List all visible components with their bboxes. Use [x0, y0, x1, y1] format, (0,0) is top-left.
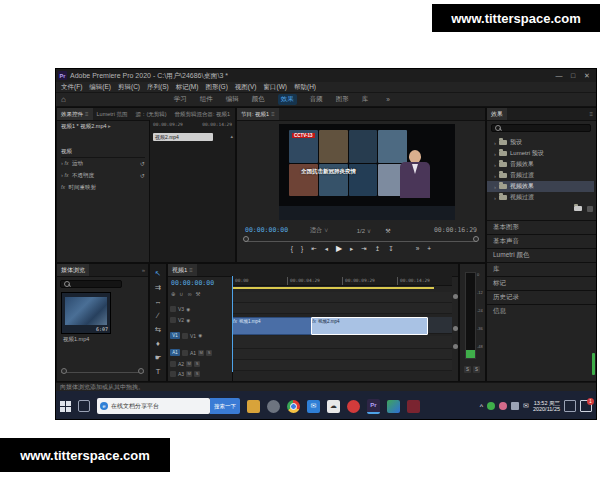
solo-button[interactable]: S — [194, 361, 200, 367]
workspace-tab-libraries[interactable]: 库 — [362, 95, 369, 104]
folder-video-transitions[interactable]: ›视频过渡 — [487, 192, 594, 203]
zoom-fit-dropdown[interactable]: 适合 ∨ — [310, 226, 329, 235]
panel-history[interactable]: 历史记录 — [487, 290, 597, 304]
button-editor-overflow-icon[interactable]: » — [416, 245, 420, 252]
premiere-taskbar-icon[interactable]: Pr — [367, 399, 380, 414]
tray-green-icon[interactable] — [487, 402, 495, 410]
new-custom-bin-icon[interactable] — [574, 206, 582, 211]
mark-in-button[interactable]: { — [291, 245, 293, 252]
chrome-icon[interactable] — [287, 400, 300, 413]
clip-video1[interactable]: fx视频1.mp4 — [232, 317, 313, 335]
solo-right-button[interactable]: S — [473, 366, 480, 373]
ec-row-opacity[interactable]: › fx 不透明度 — [61, 172, 94, 179]
app-icon-generic[interactable] — [387, 400, 400, 413]
clip-thumbnail[interactable]: 6:07 — [61, 292, 111, 334]
tab-sequence[interactable]: 视频1 ≡ — [168, 264, 197, 276]
add-marker-icon[interactable]: ⊕ — [171, 291, 176, 297]
menu-help[interactable]: 帮助(H) — [294, 83, 316, 92]
panel-essential-graphics[interactable]: 基本图形 — [487, 220, 597, 234]
menu-clip[interactable]: 剪辑(C) — [118, 83, 140, 92]
taskbar-clock[interactable]: 13:52 周三 2020/11/25 — [533, 400, 560, 413]
reset-motion-icon[interactable]: ↺ — [140, 160, 145, 167]
close-button[interactable]: ✕ — [580, 72, 594, 80]
track-header-a3[interactable]: A3 M S — [170, 371, 230, 377]
project-search-input[interactable] — [60, 280, 122, 288]
timeline-ruler[interactable]: 00:00 00:00:04:29 00:00:09:29 00:00:14:2… — [232, 276, 452, 286]
source-patch-v1[interactable]: V1 — [170, 332, 180, 339]
tool-hand[interactable]: ☛ — [155, 354, 162, 362]
menu-graphics[interactable]: 图形(G) — [205, 83, 227, 92]
panel-libraries[interactable]: 库 — [487, 262, 597, 276]
tab-program-monitor[interactable]: 节目: 视频1 ≡ — [237, 108, 279, 120]
tab-lumetri-scopes[interactable]: Lumetri 范围 — [93, 108, 132, 120]
folder-lumetri-presets[interactable]: ›Lumetri 预设 — [487, 148, 594, 159]
scrollbar-handle[interactable] — [453, 326, 458, 331]
scrubber-playhead[interactable] — [243, 236, 249, 242]
step-forward-button[interactable]: ▸ — [350, 245, 353, 253]
solo-button[interactable]: S — [194, 371, 200, 377]
panel-essential-sound[interactable]: 基本声音 — [487, 234, 597, 248]
tray-pink-icon[interactable] — [499, 402, 507, 410]
track-a2[interactable] — [232, 349, 452, 360]
ec-row-time-remapping[interactable]: fx 时间重映射 — [61, 184, 96, 191]
solo-left-button[interactable]: S — [464, 366, 471, 373]
panel-menu-icon[interactable]: ≡ — [85, 111, 89, 117]
tool-type[interactable]: T — [156, 368, 161, 376]
new-folder-icon[interactable] — [587, 206, 593, 212]
folder-presets[interactable]: ›预设 — [487, 137, 594, 148]
workspace-tab-graphics[interactable]: 图形 — [336, 95, 349, 104]
start-button[interactable] — [60, 401, 71, 412]
track-a3[interactable] — [232, 360, 452, 371]
workspace-tab-learning[interactable]: 学习 — [174, 95, 187, 104]
panel-menu-icon[interactable]: ≡ — [189, 267, 193, 273]
linked-selection-icon[interactable]: ∞ — [188, 291, 192, 297]
workspace-tab-effects[interactable]: 效果 — [278, 94, 297, 105]
mark-out-button[interactable]: } — [301, 245, 303, 252]
tab-overflow-icon[interactable]: » — [142, 267, 145, 273]
ec-expander-icon[interactable]: ▸ — [108, 123, 111, 129]
mute-button[interactable]: M — [198, 350, 204, 356]
workspace-tab-assembly[interactable]: 组件 — [200, 95, 213, 104]
timeline-current-timecode[interactable]: 00:00:00:00 — [171, 279, 214, 287]
maximize-button[interactable]: □ — [566, 72, 580, 80]
mute-button[interactable]: M — [186, 361, 192, 367]
scrubber-end-knob[interactable] — [473, 236, 479, 242]
workspace-overflow-icon[interactable]: » — [386, 96, 390, 103]
lift-button[interactable]: ↥ — [375, 245, 380, 253]
tray-mail-icon[interactable]: ✉ — [523, 402, 529, 410]
workspace-tab-color[interactable]: 颜色 — [252, 95, 265, 104]
snap-icon[interactable]: ∪ — [180, 291, 184, 297]
tab-media-browser[interactable]: 媒体浏览 — [57, 264, 89, 276]
tab-source-monitor[interactable]: 源：(无剪辑) — [131, 108, 170, 120]
folder-video-effects[interactable]: ›视频效果 — [487, 181, 594, 192]
clip-video2-selected[interactable]: fx视频2.mp4 — [311, 317, 427, 335]
menu-window[interactable]: 窗口(W) — [264, 83, 287, 92]
task-view-icon[interactable] — [78, 400, 90, 412]
notification-center-icon[interactable]: 1 — [580, 400, 592, 412]
track-header-a1[interactable]: A1 A1 M S — [170, 349, 230, 356]
panel-info[interactable]: 信息 — [487, 304, 597, 318]
program-current-timecode[interactable]: 00:00:00:00 — [245, 226, 288, 234]
track-v2[interactable] — [232, 303, 452, 314]
add-button-icon[interactable]: + — [427, 245, 431, 252]
track-header-v3[interactable]: V3◉ — [170, 306, 230, 312]
security-app-icon[interactable] — [267, 400, 280, 413]
tool-selection[interactable]: ↖ — [155, 270, 161, 278]
panel-lumetri-color[interactable]: Lumetri 颜色 — [487, 248, 597, 262]
program-scrubber[interactable] — [245, 238, 477, 242]
timeline-settings-icon[interactable]: ⚒ — [196, 291, 201, 297]
source-patch-a1[interactable]: A1 — [170, 349, 180, 356]
zoom-slider[interactable] — [61, 370, 144, 373]
minimize-button[interactable]: — — [552, 72, 566, 80]
track-v1[interactable]: fx视频1.mp4 fx视频2.mp4 — [232, 317, 452, 334]
menu-file[interactable]: 文件(F) — [61, 83, 82, 92]
track-header-a2[interactable]: A2 M S — [170, 361, 230, 367]
scrollbar-handle[interactable] — [453, 344, 458, 349]
panel-menu-icon[interactable]: ≡ — [271, 111, 275, 117]
tool-ripple-edit[interactable]: ↔ — [154, 298, 162, 306]
extract-button[interactable]: ↧ — [388, 245, 393, 253]
track-header-v2[interactable]: V2◉ — [170, 317, 230, 323]
settings-wrench-icon[interactable]: ⚒ — [385, 227, 390, 234]
play-button[interactable]: ▶ — [336, 244, 342, 253]
mail-icon[interactable]: ✉ — [307, 400, 320, 413]
